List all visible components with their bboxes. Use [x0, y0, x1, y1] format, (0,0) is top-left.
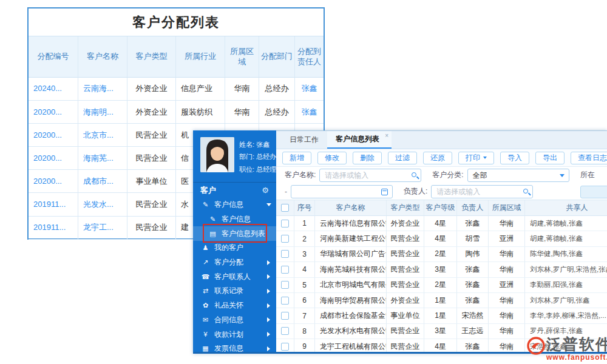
row-checkbox[interactable] — [281, 266, 289, 274]
chevron-right-icon — [267, 332, 270, 337]
sidebar-item-2[interactable]: ▤ 客户信息列表 — [193, 226, 276, 241]
cell-customer-name[interactable]: 北京市... — [78, 124, 127, 147]
select-all-cell — [276, 200, 294, 216]
profile-info: 姓名: 张鑫 部门: 总经办 职位: 总经理 — [239, 137, 276, 177]
cell-customer-name[interactable]: 河南美新建筑工程公司 — [315, 231, 387, 246]
row-checkbox[interactable] — [281, 312, 289, 320]
calendar-icon[interactable] — [381, 189, 388, 195]
row-checkbox[interactable] — [281, 281, 289, 289]
row-checkbox[interactable] — [281, 327, 289, 335]
sidebar-item-label: 收款计划 — [214, 329, 243, 340]
owner-input[interactable] — [432, 186, 532, 198]
cell-allocation-number[interactable]: 201911... — [29, 193, 78, 216]
toolbar-button-1[interactable]: 修改 — [317, 152, 347, 164]
cell-shared: 陈华健,陶伟,张鑫 — [525, 247, 607, 262]
search-icon[interactable] — [523, 189, 528, 194]
main-content: 日常工作 客户信息列表 × 新增修改删除过滤还原打印导入导出查看日志 客户名称:… — [276, 130, 607, 352]
toolbar-button-8[interactable]: 查看日志 — [571, 152, 607, 164]
cell-shared: 胡建,蒋德帧,张鑫 — [525, 216, 607, 231]
cell-customer-name[interactable]: 海南明... — [78, 101, 127, 124]
cell-customer-name[interactable]: 华瑞城有限公司广告设计部 — [315, 247, 387, 262]
col-assignee: 分配到责任人 — [295, 36, 324, 78]
page-title: 客户分配列表 — [29, 8, 324, 36]
cell-customer-name[interactable]: 成都市... — [78, 170, 127, 193]
cell-customer-name[interactable]: 龙宇工... — [78, 217, 127, 240]
toolbar-button-3[interactable]: 过滤 — [388, 152, 417, 164]
sidebar-section-customer[interactable]: 客户 ⚙ — [193, 182, 276, 198]
cell-customer-name[interactable]: 云南海... — [78, 78, 127, 101]
sidebar-item-label: 客户信息 — [222, 214, 251, 224]
cell-allocation-number[interactable]: 20240... — [29, 78, 78, 101]
toolbar-button-4[interactable]: 还原 — [423, 152, 452, 164]
toolbar-button-6[interactable]: 导入 — [500, 152, 529, 164]
cell-assignee[interactable]: 张鑫 — [295, 101, 324, 124]
row-checkbox[interactable] — [281, 220, 289, 228]
sidebar-item-label: 我的客户 — [214, 243, 243, 253]
sidebar-item-label: 客户信息列表 — [222, 229, 265, 239]
row-checkbox[interactable] — [281, 235, 289, 243]
customer-name-input[interactable] — [320, 169, 421, 181]
cell-customer-type: 民营企业 — [127, 147, 176, 170]
filter-panel: 客户名称: 客户分类: 全部 所在 - 负责人: — [276, 167, 607, 200]
sidebar-item-7[interactable]: ✿ 礼品关怀 — [193, 298, 276, 313]
cell-allocation-number[interactable]: 20200... — [29, 124, 78, 147]
cell-customer-name[interactable]: 光发水利水电有限公司 — [315, 324, 387, 339]
cell-index: 8 — [294, 324, 315, 339]
cell-owner[interactable]: 陶伟 — [457, 247, 489, 262]
cell-customer-name[interactable]: 海南芜... — [78, 147, 127, 170]
cell-owner[interactable]: 张鑫 — [457, 339, 489, 352]
cell-customer-name[interactable]: 云南海祥信息有限公司 — [315, 216, 387, 231]
customer-name-label: 客户名称: — [285, 170, 316, 180]
cell-customer-name[interactable]: 海南明华贸易有限公司 — [315, 293, 387, 308]
gear-icon[interactable]: ⚙ — [262, 186, 269, 195]
row-checkbox[interactable] — [281, 250, 289, 258]
cell-owner[interactable]: 胡雪 — [457, 231, 489, 246]
cell-customer-grade: 2星 — [424, 247, 457, 262]
sidebar-item-5[interactable]: ☎ 客户联系人 — [193, 269, 276, 284]
cell-index: 7 — [294, 308, 315, 323]
toolbar-button-7[interactable]: 导出 — [535, 152, 565, 164]
cell-customer-type: 外资企业 — [387, 216, 424, 231]
tab-customer-info-list[interactable]: 客户信息列表 × — [327, 131, 392, 149]
cell-assignee[interactable]: 张鑫 — [295, 78, 324, 101]
cell-customer-name[interactable]: 海南芜城科技有限公司 — [315, 262, 387, 277]
date-input[interactable] — [291, 186, 392, 198]
sidebar-item-0[interactable]: ✎ 客户信息 — [193, 198, 276, 212]
row-checkbox[interactable] — [281, 297, 289, 305]
row-checkbox[interactable] — [281, 343, 289, 351]
toolbar-button-0[interactable]: 新增 — [282, 152, 311, 164]
sidebar-item-10[interactable]: ▦ 发票信息 — [193, 342, 276, 352]
cell-customer-name[interactable]: 光发水... — [78, 193, 127, 216]
partial-button[interactable] — [580, 186, 607, 198]
sidebar-item-4[interactable]: ↗ 客户分配 — [193, 255, 276, 270]
cell-owner[interactable]: 张鑫 — [457, 278, 489, 293]
cell-allocation-number[interactable]: 20200... — [29, 147, 78, 170]
close-icon[interactable]: × — [385, 132, 388, 139]
cell-customer-name[interactable]: 成都市社会保险基金管理... — [315, 308, 387, 323]
select-all-checkbox[interactable] — [281, 204, 289, 212]
sidebar-item-6[interactable]: ⇄ 联系记录 — [193, 284, 276, 298]
cell-owner[interactable]: 宋浩然 — [457, 308, 489, 323]
toolbar-button-2[interactable]: 删除 — [353, 152, 382, 164]
cell-allocation-number[interactable]: 20200... — [29, 101, 78, 124]
cell-index: 4 — [294, 262, 315, 277]
sidebar-item-3[interactable]: ♟ 我的客户 — [193, 241, 276, 255]
sidebar-item-8[interactable]: ✉ 合同信息 — [193, 313, 276, 328]
cell-region: 华南 — [225, 101, 259, 124]
cell-allocation-number[interactable]: 20200... — [29, 170, 78, 193]
cell-owner[interactable]: 张鑫 — [457, 262, 489, 277]
cell-allocation-number[interactable]: 201911... — [29, 217, 78, 240]
cell-customer-type: 民营企业 — [387, 278, 424, 293]
tab-daily-work[interactable]: 日常工作 — [281, 131, 327, 149]
cell-customer-name[interactable]: 龙宇工程机械有限公司 — [315, 339, 387, 352]
cell-owner[interactable]: 张鑫 — [457, 293, 489, 308]
sidebar-item-1[interactable]: ✎ 客户信息 — [193, 212, 276, 227]
cell-owner[interactable]: 王志远 — [457, 324, 489, 339]
category-select[interactable]: 全部 — [467, 169, 569, 182]
search-icon[interactable] — [412, 172, 416, 177]
toolbar-button-5[interactable]: 打印 — [458, 152, 494, 164]
cell-owner[interactable]: 张鑫 — [457, 216, 489, 231]
cell-customer-name[interactable]: 北京市明城电气有限公司 — [315, 278, 387, 293]
sidebar-item-9[interactable]: ¥ 收款计划 — [193, 327, 276, 342]
category-value: 全部 — [468, 169, 569, 181]
